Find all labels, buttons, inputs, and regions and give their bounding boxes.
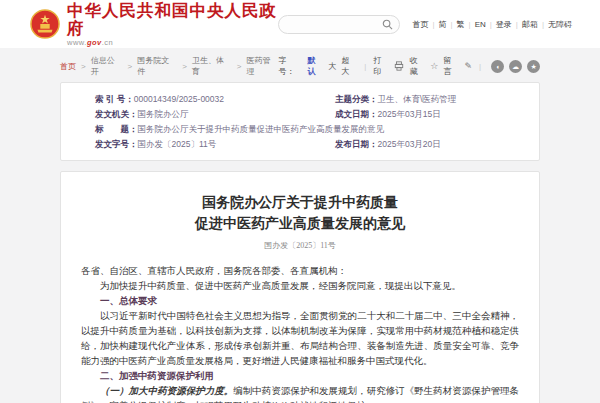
breadcrumb-separator: >: [237, 62, 242, 71]
nav-separator: |: [469, 20, 471, 29]
breadcrumb-row: 首页 > 信息公开 > 国务院文件 > 卫生、体育 > 医药管理 字号： 默认 …: [60, 57, 540, 75]
font-size-label: 字号：: [278, 55, 302, 77]
top-nav: 首页 | 简 | 繁 | EN | 登录 | 邮箱 | 无障碍: [412, 19, 572, 30]
qzone-share-icon[interactable]: ★: [527, 60, 540, 73]
meta-row: 索 引 号： 000014349/2025-00032 主题分类： 卫生、体育\…: [95, 92, 525, 107]
meta-date-published-label: 发布日期：: [335, 137, 378, 152]
site-url-brand: gov: [87, 38, 102, 47]
site-header: 中华人民共和国中央人民政府 www.gov.cn 首页 | 简 | 繁 | EN: [0, 0, 600, 48]
meta-agency-value: 国务院办公厅: [138, 107, 189, 122]
document-number: 国办发〔2025〕11号: [81, 240, 519, 251]
meta-title-label: 标 题：: [95, 122, 138, 137]
nav-separator: |: [542, 20, 544, 29]
meta-doc-no-label: 发文字号：: [95, 137, 138, 152]
breadcrumb-info-disclosure[interactable]: 信息公开: [91, 55, 123, 77]
intro-paragraph: 为加快提升中药质量、促进中医药产业高质量发展，经国务院同意，现提出以下意见。: [81, 278, 519, 293]
breadcrumb: 首页 > 信息公开 > 国务院文件 > 卫生、体育 > 医药管理: [60, 55, 278, 77]
font-size-large-button[interactable]: 大: [328, 61, 336, 72]
meta-title-value: 国务院办公厅关于提升中药质量促进中医药产业高质量发展的意见: [138, 122, 385, 137]
site-url: www.gov.cn: [67, 38, 278, 47]
meta-index-value: 000014349/2025-00032: [134, 92, 224, 107]
national-emblem-icon: [30, 9, 60, 39]
document-title: 国务院办公厅关于提升中药质量 促进中医药产业高质量发展的意见: [81, 192, 519, 234]
breadcrumb-health-sports[interactable]: 卫生、体育: [192, 55, 232, 77]
logo-text: 中华人民共和国中央人民政府 www.gov.cn: [67, 1, 278, 47]
document-title-line1: 国务院办公厅关于提升中药质量: [81, 192, 519, 213]
favorite-button[interactable]: 收藏: [409, 55, 425, 77]
search-icon[interactable]: [382, 19, 393, 30]
wechat-share-icon[interactable]: ◖: [491, 60, 504, 73]
share-group: ◖ ☁ ★: [491, 60, 540, 73]
print-button[interactable]: 打印: [373, 55, 389, 77]
nav-separator: |: [432, 20, 434, 29]
meta-row: 发文字号： 国办发〔2025〕11号 发布日期： 2025年03月20日: [95, 137, 525, 152]
item1-paragraph: （一）加大中药资源保护力度。编制中药资源保护和发展规划，研究修订《野生药材资源保…: [81, 383, 519, 403]
breadcrumb-separator: >: [128, 62, 133, 71]
meta-row: 发文机关： 国务院办公厅 成文日期： 2025年03月15日: [95, 107, 525, 122]
search-box[interactable]: [278, 15, 400, 34]
meta-date-written-label: 成文日期：: [335, 107, 378, 122]
search-input[interactable]: [286, 17, 382, 32]
breadcrumb-medicine-admin[interactable]: 医药管理: [247, 55, 279, 77]
header-right: 首页 | 简 | 繁 | EN | 登录 | 邮箱 | 无障碍: [278, 15, 572, 34]
nav-separator: |: [450, 20, 452, 29]
nav-traditional[interactable]: 繁: [457, 19, 465, 30]
nav-mail[interactable]: 邮箱: [522, 19, 538, 30]
meta-date-written-value: 2025年03月15日: [378, 107, 441, 122]
item1-lead: （一）加大中药资源保护力度。: [100, 385, 233, 396]
meta-index-label: 索 引 号：: [95, 92, 134, 107]
document-card: 国务院办公厅关于提升中药质量 促进中医药产业高质量发展的意见 国办发〔2025〕…: [60, 171, 540, 403]
content-area: 首页 > 信息公开 > 国务院文件 > 卫生、体育 > 医药管理 字号： 默认 …: [0, 48, 600, 403]
nav-accessibility[interactable]: 无障碍: [548, 19, 572, 30]
nav-login[interactable]: 登录: [496, 19, 512, 30]
page-toolbar: 字号： 默认 大 超大 | 打印 收藏 ☆ 留言 ✎ |: [278, 55, 540, 77]
site-url-prefix: www.: [67, 38, 87, 47]
breadcrumb-separator: >: [81, 62, 86, 71]
nav-separator: |: [516, 20, 518, 29]
printer-icon[interactable]: [394, 61, 404, 71]
meta-agency-label: 发文机关：: [95, 107, 138, 122]
meta-doc-no-value: 国办发〔2025〕11号: [138, 137, 217, 152]
meta-category-value: 卫生、体育\医药管理: [378, 92, 457, 107]
meta-category-label: 主题分类：: [335, 92, 378, 107]
gov-logo[interactable]: 中华人民共和国中央人民政府 www.gov.cn: [30, 1, 278, 47]
salutation: 各省、自治区、直辖市人民政府，国务院各部委、各直属机构：: [81, 263, 519, 278]
font-size-default-button[interactable]: 默认: [307, 55, 323, 77]
nav-simplified[interactable]: 简: [438, 19, 446, 30]
nav-home[interactable]: 首页: [412, 19, 428, 30]
section2-heading: 二、加强中药资源保护利用: [81, 368, 519, 383]
breadcrumb-state-council-docs[interactable]: 国务院文件: [137, 55, 177, 77]
section1-body: 以习近平新时代中国特色社会主义思想为指导，全面贯彻党的二十大和二十届二中、三中全…: [81, 308, 519, 368]
meta-date-published-value: 2025年03月20日: [378, 137, 441, 152]
meta-row: 标 题： 国务院办公厅关于提升中药质量促进中医药产业高质量发展的意见: [95, 122, 525, 137]
weibo-share-icon[interactable]: ☁: [509, 60, 522, 73]
comment-button[interactable]: 留言: [443, 55, 459, 77]
nav-english[interactable]: EN: [475, 20, 486, 29]
page: 中华人民共和国中央人民政府 www.gov.cn 首页 | 简 | 繁 | EN: [0, 0, 600, 403]
site-url-suffix: .cn: [102, 38, 114, 47]
toolbar-divider: |: [479, 62, 481, 71]
site-title: 中华人民共和国中央人民政府: [67, 1, 278, 37]
toolbar-divider: |: [364, 62, 366, 71]
document-metadata-card: 索 引 号： 000014349/2025-00032 主题分类： 卫生、体育\…: [60, 82, 540, 161]
section1-heading: 一、总体要求: [81, 293, 519, 308]
font-size-xlarge-button[interactable]: 超大: [341, 55, 357, 77]
nav-separator: |: [490, 20, 492, 29]
breadcrumb-separator: >: [182, 62, 187, 71]
pencil-icon[interactable]: ✎: [464, 61, 472, 71]
breadcrumb-home[interactable]: 首页: [60, 61, 76, 72]
document-body: 各省、自治区、直辖市人民政府，国务院各部委、各直属机构： 为加快提升中药质量、促…: [81, 263, 519, 403]
document-title-line2: 促进中医药产业高质量发展的意见: [81, 213, 519, 234]
star-icon[interactable]: ☆: [430, 61, 438, 71]
